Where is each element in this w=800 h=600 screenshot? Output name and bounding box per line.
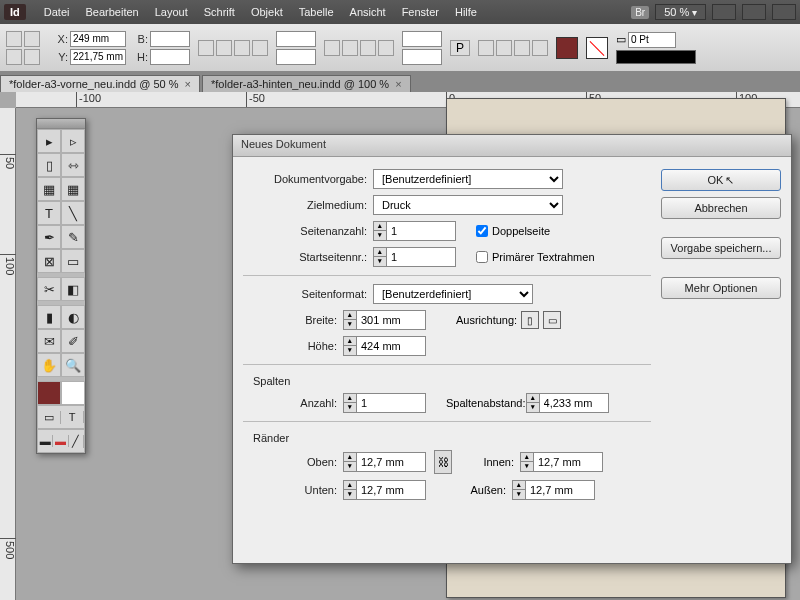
preset-dropdown[interactable]: [Benutzerdefiniert]	[373, 169, 563, 189]
menu-fenster[interactable]: Fenster	[394, 6, 447, 18]
screen-mode-icon[interactable]	[742, 4, 766, 20]
width-field[interactable]	[356, 310, 426, 330]
y-field[interactable]	[70, 49, 126, 65]
arrange-icon[interactable]	[772, 4, 796, 20]
doc-tab-2[interactable]: *folder-a3-hinten_neu.indd @ 100 %×	[202, 75, 411, 92]
x-field[interactable]	[70, 31, 126, 47]
transform-icons[interactable]	[198, 40, 268, 56]
zoom-tool[interactable]: 🔍	[61, 353, 85, 377]
fill-swatch[interactable]	[556, 37, 578, 59]
free-transform-tool[interactable]: ◧	[61, 277, 85, 301]
close-icon[interactable]: ×	[395, 78, 401, 90]
gutter-spinner[interactable]: ▴▾	[526, 393, 539, 413]
orientation-portrait-icon[interactable]: ▯	[521, 311, 539, 329]
panel-grip[interactable]	[37, 119, 85, 129]
selection-tool[interactable]: ▸	[37, 129, 61, 153]
rotate-flip-icons[interactable]	[324, 40, 394, 56]
stroke-swatch[interactable]	[586, 37, 608, 59]
cursor-icon: ↖	[725, 174, 734, 187]
margin-bottom-spinner[interactable]: ▴▾	[343, 480, 356, 500]
pencil-tool[interactable]: ✎	[61, 225, 85, 249]
rotate-field[interactable]	[402, 31, 442, 47]
gutter-field[interactable]	[539, 393, 609, 413]
menu-tabelle[interactable]: Tabelle	[291, 6, 342, 18]
pagesize-dropdown[interactable]: [Benutzerdefiniert]	[373, 284, 533, 304]
column-count-spinner[interactable]: ▴▾	[343, 393, 356, 413]
height-field[interactable]	[356, 336, 426, 356]
facing-pages-checkbox[interactable]: Doppelseite	[476, 225, 550, 237]
primary-text-frame-checkbox[interactable]: Primärer Textrahmen	[476, 251, 595, 263]
intent-label: Zielmedium:	[243, 199, 373, 211]
margin-top-spinner[interactable]: ▴▾	[343, 452, 356, 472]
fill-color[interactable]	[37, 381, 61, 405]
width-spinner[interactable]: ▴▾	[343, 310, 356, 330]
stroke-color[interactable]	[61, 381, 85, 405]
orientation-landscape-icon[interactable]: ▭	[543, 311, 561, 329]
menu-hilfe[interactable]: Hilfe	[447, 6, 485, 18]
more-options-button[interactable]: Mehr Optionen	[661, 277, 781, 299]
pages-spinner[interactable]: ▴▾	[373, 221, 386, 241]
view-mode-icon[interactable]	[712, 4, 736, 20]
hand-tool[interactable]: ✋	[37, 353, 61, 377]
column-count-label: Anzahl:	[243, 397, 343, 409]
height-spinner[interactable]: ▴▾	[343, 336, 356, 356]
stroke-style-dropdown[interactable]	[616, 50, 696, 64]
ok-button[interactable]: OK↖	[661, 169, 781, 191]
scale-x-field[interactable]	[276, 31, 316, 47]
text-wrap-icons[interactable]	[478, 40, 548, 56]
width-field[interactable]	[150, 31, 190, 47]
menu-layout[interactable]: Layout	[147, 6, 196, 18]
margin-top-field[interactable]	[356, 452, 426, 472]
save-preset-button[interactable]: Vorgabe speichern...	[661, 237, 781, 259]
menu-bearbeiten[interactable]: Bearbeiten	[77, 6, 146, 18]
page-tool[interactable]: ▯	[37, 153, 61, 177]
content-collector-tool[interactable]: ▦	[37, 177, 61, 201]
shear-field[interactable]	[402, 49, 442, 65]
height-field[interactable]	[150, 49, 190, 65]
start-field[interactable]	[386, 247, 456, 267]
note-tool[interactable]: ✉	[37, 329, 61, 353]
close-icon[interactable]: ×	[185, 78, 191, 90]
menu-schrift[interactable]: Schrift	[196, 6, 243, 18]
orientation-label: Ausrichtung:	[456, 314, 517, 326]
column-count-field[interactable]	[356, 393, 426, 413]
zoom-level-dropdown[interactable]: 50 % ▾	[655, 4, 706, 20]
margin-inside-spinner[interactable]: ▴▾	[520, 452, 533, 472]
stroke-weight-field[interactable]	[628, 32, 676, 48]
menu-objekt[interactable]: Objekt	[243, 6, 291, 18]
direct-selection-tool[interactable]: ▹	[61, 129, 85, 153]
pages-field[interactable]	[386, 221, 456, 241]
screen-mode[interactable]: ▬▬╱	[37, 429, 85, 453]
margin-outside-spinner[interactable]: ▴▾	[512, 480, 525, 500]
cancel-button[interactable]: Abbrechen	[661, 197, 781, 219]
gradient-swatch-tool[interactable]: ▮	[37, 305, 61, 329]
menu-ansicht[interactable]: Ansicht	[342, 6, 394, 18]
gradient-feather-tool[interactable]: ◐	[61, 305, 85, 329]
h-label: H:	[134, 51, 148, 63]
link-margins-icon[interactable]: ⛓	[434, 450, 452, 474]
char-icon[interactable]: P	[450, 40, 470, 56]
scale-y-field[interactable]	[276, 49, 316, 65]
margin-inside-field[interactable]	[533, 452, 603, 472]
rectangle-tool[interactable]: ▭	[61, 249, 85, 273]
gap-tool[interactable]: ⇿	[61, 153, 85, 177]
content-placer-tool[interactable]: ▦	[61, 177, 85, 201]
bridge-icon[interactable]: Br	[631, 6, 649, 19]
rectangle-frame-tool[interactable]: ⊠	[37, 249, 61, 273]
start-spinner[interactable]: ▴▾	[373, 247, 386, 267]
type-tool[interactable]: T	[37, 201, 61, 225]
doc-tab-1[interactable]: *folder-a3-vorne_neu.indd @ 50 %×	[0, 75, 200, 92]
margin-bottom-field[interactable]	[356, 480, 426, 500]
start-label: Startseitennr.:	[243, 251, 373, 263]
pen-tool[interactable]: ✒	[37, 225, 61, 249]
reference-point-icon[interactable]	[6, 31, 46, 65]
line-tool[interactable]: ╲	[61, 201, 85, 225]
apply-mode[interactable]: ▭T	[37, 405, 85, 429]
eyedropper-tool[interactable]: ✐	[61, 329, 85, 353]
dialog-title: Neues Dokument	[233, 135, 791, 157]
menu-datei[interactable]: Datei	[36, 6, 78, 18]
intent-dropdown[interactable]: Druck	[373, 195, 563, 215]
scissors-tool[interactable]: ✂	[37, 277, 61, 301]
page-preview	[446, 98, 786, 138]
margin-outside-field[interactable]	[525, 480, 595, 500]
